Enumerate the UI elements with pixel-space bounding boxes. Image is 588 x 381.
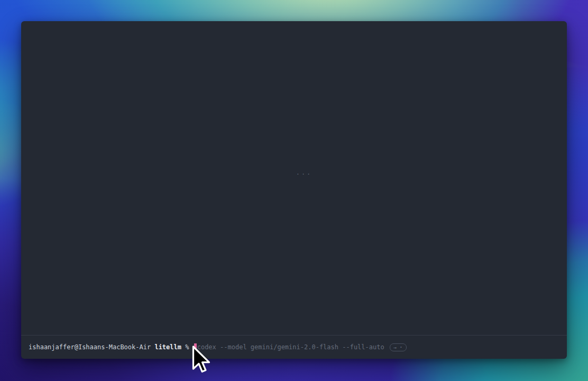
- text-cursor: [194, 343, 197, 351]
- accept-suggestion-hint-badge: → ·: [390, 343, 407, 351]
- terminal-window[interactable]: ··· ishaanjaffer@Ishaans-MacBook-Air lit…: [21, 21, 567, 359]
- hint-dot-icon: ·: [399, 344, 403, 351]
- command-prompt-input[interactable]: ishaanjaffer@Ishaans-MacBook-Air litellm…: [21, 335, 567, 359]
- terminal-output-area: ···: [21, 21, 567, 335]
- prompt-directory: litellm: [154, 343, 181, 351]
- prompt-user-host: ishaanjaffer@Ishaans-MacBook-Air: [29, 343, 151, 351]
- desktop-wallpaper: ··· ishaanjaffer@Ishaans-MacBook-Air lit…: [0, 0, 588, 381]
- prompt-separator: [151, 343, 154, 351]
- autosuggestion-text: codex --model gemini/gemini-2.0-flash --…: [197, 343, 384, 351]
- loading-dots: ···: [286, 170, 323, 178]
- right-arrow-icon: →: [393, 344, 397, 351]
- prompt-symbol: %: [181, 343, 193, 351]
